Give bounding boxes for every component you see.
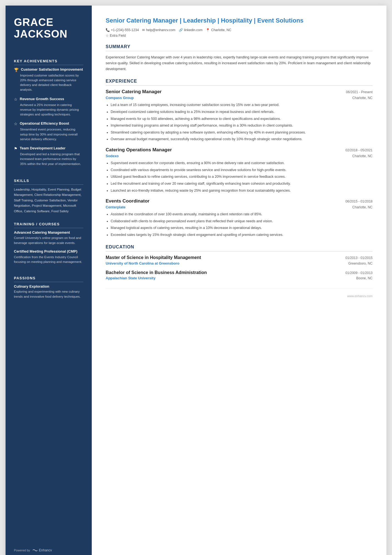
brand-name: Enhancv	[39, 548, 52, 552]
job-bullets-1: Led a team of 15 catering employees, inc…	[106, 102, 373, 142]
edu-school-1: University of North Carolina at Greensbo…	[106, 261, 179, 265]
education-item-1: Master of Science in Hospitality Managem…	[106, 255, 373, 265]
achievement-item-3: ☆ Operational Efficiency Boost Streamlin…	[14, 121, 83, 142]
training-desc-2: Certification from the Events Industry C…	[14, 255, 83, 265]
job-dates-1: 06/2021 - Present	[346, 90, 373, 94]
bullet-2-3: Utilized guest feedback to refine cateri…	[111, 174, 373, 180]
education-section-title: EDUCATION	[106, 245, 373, 251]
job-3: Events Coordinator 06/2015 - 01/2018 Cen…	[106, 198, 373, 238]
training-item-1: Advanced Catering Management Cornell Uni…	[14, 230, 83, 245]
achievement-title-4: Team Development Leader	[20, 146, 65, 151]
achievement-icon-4: ⚑	[14, 146, 18, 151]
achievement-desc-3: Streamlined event processes, reducing se…	[14, 127, 83, 142]
job-location-2: Charlotte, NC	[352, 154, 373, 158]
main-header: Senior Catering Manager | Leadership | H…	[106, 17, 373, 38]
edu-dates-2: 01/2009 - 01/2013	[346, 271, 373, 275]
training-title: TRAINING / COURSES	[14, 222, 83, 228]
bullet-1-4: Implemented training programs aimed at i…	[111, 123, 373, 129]
experience-section-title: EXPERIENCE	[106, 79, 373, 86]
bullet-1-6: Oversaw annual budget management, succes…	[111, 136, 373, 142]
edu-location-1: Greensboro, NC	[348, 262, 373, 265]
job-company-1: Compass Group	[106, 96, 134, 100]
training-title-2: Certified Meeting Professional (CMP)	[14, 249, 83, 254]
bullet-1-1: Led a team of 15 catering employees, inc…	[111, 102, 373, 108]
achievement-desc-4: Developed and led a training program tha…	[14, 152, 83, 166]
training-desc-1: Cornell University's online program on f…	[14, 236, 83, 245]
job-location-1: Charlotte, NC	[352, 96, 373, 100]
summary-section-title: SUMMARY	[106, 44, 373, 51]
edu-school-2: Appalachian State University	[106, 276, 155, 280]
achievement-icon-1: 🏆	[14, 68, 19, 72]
achievement-desc-1: Improved customer satisfaction scores by…	[14, 73, 83, 92]
resume-wrapper: GRACE JACKSON KEY ACHIEVEMENTS 🏆 Custome…	[6, 6, 386, 555]
extra-icon: ☆	[106, 34, 109, 38]
bullet-2-1: Supervised event execution for corporate…	[111, 160, 373, 166]
job-title-2: Catering Operations Manager	[106, 147, 172, 153]
passion-item-1: Culinary Exploration Exploring and exper…	[14, 284, 83, 299]
contact-email-text: help@enhancv.com	[146, 28, 175, 32]
achievement-title-2: Revenue Growth Success	[20, 97, 64, 102]
bullet-3-1: Assisted in the coordination of over 100…	[111, 211, 373, 217]
edu-degree-1: Master of Science in Hospitality Managem…	[106, 255, 201, 261]
bullet-1-2: Developed customized catering solutions …	[111, 109, 373, 115]
skills-title: SKILLS	[14, 179, 83, 185]
education-item-2: Bachelor of Science in Business Administ…	[106, 270, 373, 280]
contact-linkedin-text: linkedin.com	[184, 28, 203, 32]
passion-desc-1: Exploring and experimenting with new cul…	[14, 289, 83, 299]
job-dates-3: 06/2015 - 01/2018	[346, 199, 373, 203]
summary-text: Experienced Senior Catering Manager with…	[106, 55, 373, 72]
achievement-icon-2: ☆	[14, 97, 18, 102]
key-achievements-title: KEY ACHIEVEMENTS	[14, 59, 83, 65]
bullet-2-2: Coordinated with various departments to …	[111, 167, 373, 173]
contact-linkedin: 🔗 linkedin.com	[179, 28, 203, 32]
main-title: Senior Catering Manager | Leadership | H…	[106, 17, 373, 25]
contact-extra-text: Extra Field	[110, 34, 126, 38]
enhancv-logo: Enhancv	[32, 548, 52, 552]
edu-dates-1: 01/2013 - 01/2015	[346, 256, 373, 260]
skills-text: Leadership, Hospitality, Event Planning,…	[14, 187, 83, 214]
achievement-item-4: ⚑ Team Development Leader Developed and …	[14, 146, 83, 166]
contact-phone: 📞 +1-(234)-555-1234	[106, 28, 139, 32]
achievement-title-3: Operational Efficiency Boost	[20, 121, 69, 126]
sidebar-footer: Powered by Enhancv	[14, 540, 83, 552]
job-title-1: Senior Catering Manager	[106, 89, 162, 95]
job-location-3: Charlotte, NC	[352, 205, 373, 209]
contact-row-extra: ☆ Extra Field	[106, 34, 373, 38]
edu-degree-2: Bachelor of Science in Business Administ…	[106, 270, 207, 276]
bullet-1-3: Managed events for up to 500 attendees, …	[111, 116, 373, 122]
contact-row: 📞 +1-(234)-555-1234 ✉ help@enhancv.com 🔗…	[106, 28, 373, 32]
contact-extra: ☆ Extra Field	[106, 34, 126, 38]
linkedin-icon: 🔗	[179, 28, 183, 32]
location-icon: 📍	[206, 28, 210, 32]
phone-icon: 📞	[106, 28, 110, 32]
achievement-item-2: ☆ Revenue Growth Success Achieved a 25% …	[14, 97, 83, 117]
powered-by-label: Powered by	[14, 549, 30, 552]
email-icon: ✉	[142, 28, 145, 32]
candidate-name: GRACE JACKSON	[14, 17, 83, 40]
bullet-2-4: Led the recruitment and training of over…	[111, 181, 373, 187]
job-bullets-2: Supervised event execution for corporate…	[106, 160, 373, 193]
sidebar: GRACE JACKSON KEY ACHIEVEMENTS 🏆 Custome…	[6, 6, 92, 555]
job-company-2: Sodexo	[106, 154, 119, 158]
achievement-desc-2: Achieved a 25% increase in catering reve…	[14, 103, 83, 117]
job-1: Senior Catering Manager 06/2021 - Presen…	[106, 89, 373, 142]
bullet-2-5: Launched an eco-friendly initiative, red…	[111, 188, 373, 194]
contact-email: ✉ help@enhancv.com	[142, 28, 175, 32]
bullet-3-2: Collaborated with clients to develop per…	[111, 218, 373, 224]
job-bullets-3: Assisted in the coordination of over 100…	[106, 211, 373, 238]
job-2: Catering Operations Manager 02/2018 - 05…	[106, 147, 373, 193]
website-text: www.enhancv.com	[347, 294, 373, 298]
training-title-1: Advanced Catering Management	[14, 230, 83, 235]
main-footer: www.enhancv.com	[106, 288, 373, 298]
bullet-3-4: Exceeded sales targets by 15% through st…	[111, 232, 373, 238]
job-company-3: Centerplate	[106, 205, 126, 209]
bullet-3-3: Managed logistical aspects of catering s…	[111, 225, 373, 231]
contact-location-text: Charlotte, NC	[211, 28, 231, 32]
achievement-icon-3: ☆	[14, 122, 18, 126]
contact-phone-text: +1-(234)-555-1234	[111, 28, 139, 32]
achievement-item-1: 🏆 Customer Satisfaction Improvement Impr…	[14, 67, 83, 92]
job-dates-2: 02/2018 - 05/2021	[346, 148, 373, 152]
job-title-3: Events Coordinator	[106, 198, 150, 204]
passion-title-1: Culinary Exploration	[14, 284, 83, 288]
achievement-title-1: Customer Satisfaction Improvement	[21, 67, 83, 72]
